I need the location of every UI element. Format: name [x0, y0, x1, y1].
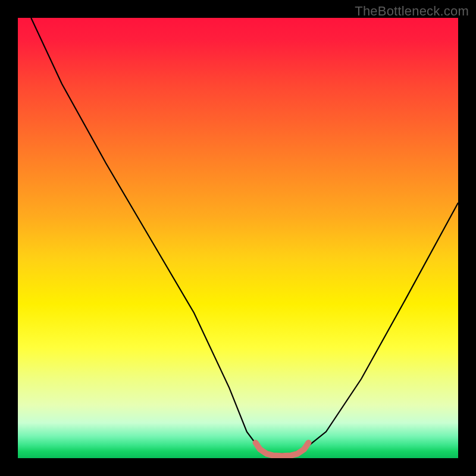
- chart-container: TheBottleneck.com: [0, 0, 476, 476]
- plot-area: [18, 18, 458, 458]
- watermark-text: TheBottleneck.com: [355, 4, 469, 19]
- curve-svg: [18, 18, 458, 458]
- minimum-marker: [256, 443, 309, 456]
- main-curve: [31, 18, 458, 454]
